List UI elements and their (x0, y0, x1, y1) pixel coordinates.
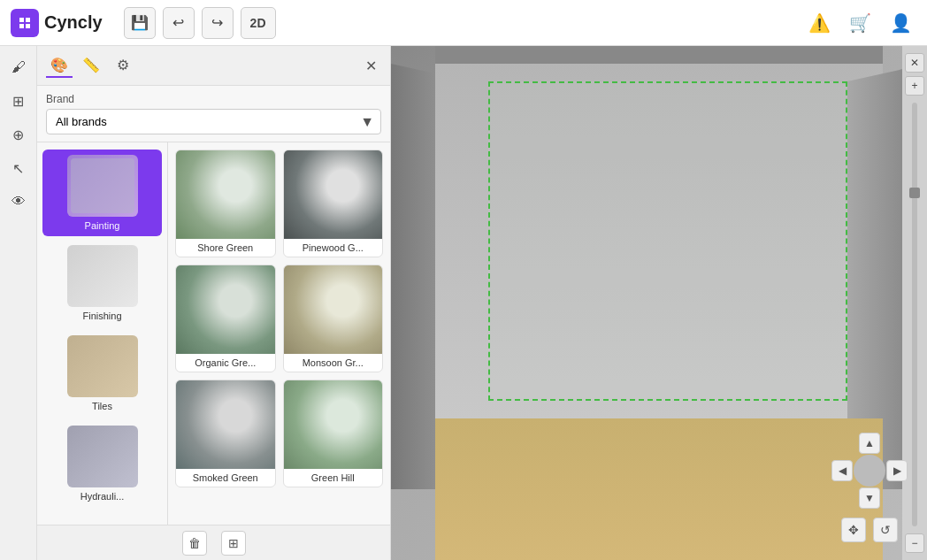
finishing-thumb (67, 245, 138, 307)
add-layer-button[interactable]: ⊕ (4, 120, 33, 149)
save-button[interactable]: 💾 (124, 7, 156, 39)
nav-circle: ▲ ▼ ◀ ▶ (830, 431, 909, 510)
settings-tab[interactable]: ⚙ (110, 53, 136, 78)
panel-tabs: 🎨 📏 ⚙ (46, 53, 136, 78)
item-green-hill[interactable]: Green Hill (283, 380, 384, 487)
pinewood-label: Pinewood G... (284, 239, 383, 257)
green-hill-label: Green Hill (284, 469, 383, 487)
materials-tab[interactable]: 🎨 (46, 53, 73, 78)
panel-header: 🎨 📏 ⚙ ✕ (37, 46, 390, 86)
panel-content: Painting Finishing Tiles Hydrauli... (37, 142, 390, 560)
app-logo: Cyncly (11, 9, 103, 37)
floor (435, 418, 883, 560)
tiles-thumb (67, 335, 138, 397)
main-area: 🖌 ⊞ ⊕ ↖ 👁 🎨 📏 ⚙ ✕ Brand All brands ▼ (0, 46, 927, 560)
hydrauli-thumb (67, 426, 138, 487)
nav-center (854, 455, 885, 487)
panel-bottom: 🗑 ⊞ (37, 525, 390, 560)
zoom-bar (912, 103, 917, 526)
material-panel: 🎨 📏 ⚙ ✕ Brand All brands ▼ Painting (37, 46, 391, 560)
brush-tool-button[interactable]: 🖌 (4, 53, 33, 81)
smoked-label: Smoked Green (176, 469, 275, 487)
item-monsoon[interactable]: Monsoon Gr... (283, 265, 384, 372)
redo-button[interactable]: ↪ (202, 7, 234, 39)
panel-close-button[interactable]: ✕ (360, 55, 381, 76)
logo-svg (16, 14, 34, 32)
nav-down-button[interactable]: ▼ (859, 487, 880, 509)
zoom-thumb (909, 188, 920, 198)
category-painting[interactable]: Painting (42, 150, 162, 236)
category-finishing-label: Finishing (82, 311, 121, 321)
reset-view-button[interactable]: ↺ (873, 518, 898, 542)
grid-view-button[interactable]: ⊞ (221, 531, 246, 556)
nav-up-button[interactable]: ▲ (859, 433, 880, 454)
item-smoked[interactable]: Smoked Green (175, 380, 276, 487)
category-tiles[interactable]: Tiles (42, 330, 162, 417)
nav-left-button[interactable]: ◀ (831, 460, 853, 481)
items-grid: Shore Green Pinewood G... Organic Gre...… (168, 142, 390, 560)
nav-controls: ▲ ▼ ◀ ▶ ✥ ↺ (830, 431, 909, 542)
organic-label: Organic Gre... (176, 354, 275, 372)
category-finishing[interactable]: Finishing (42, 240, 162, 326)
left-sidebar: 🖌 ⊞ ⊕ ↖ 👁 (0, 46, 37, 560)
app-title: Cyncly (44, 12, 103, 33)
main-toolbar: Cyncly 💾 ↩ ↪ 2D ⚠️ 🛒 👤 (0, 0, 927, 46)
brand-label: Brand (46, 93, 381, 105)
green-hill-thumb (284, 380, 383, 469)
shore-green-thumb (176, 150, 275, 239)
delete-item-button[interactable]: 🗑 (182, 531, 207, 556)
monsoon-label: Monsoon Gr... (284, 354, 383, 372)
nav-bottom-controls: ✥ ↺ (841, 518, 898, 542)
category-hydrauli-label: Hydrauli... (80, 491, 125, 502)
brand-select-wrapper: All brands ▼ (46, 109, 381, 134)
item-organic[interactable]: Organic Gre... (175, 265, 276, 372)
smoked-thumb (176, 380, 275, 469)
viewport[interactable]: Feedback ✕ + − ▲ ▼ ◀ ▶ ✥ ↺ (391, 46, 927, 560)
monsoon-thumb (284, 265, 383, 354)
user-button[interactable]: 👤 (885, 7, 916, 39)
eye-tool-button[interactable]: 👁 (4, 188, 33, 216)
alert-button[interactable]: ⚠️ (803, 7, 835, 39)
pinewood-thumb (284, 150, 383, 239)
category-tiles-label: Tiles (92, 401, 112, 411)
categories-list: Painting Finishing Tiles Hydrauli... (37, 142, 168, 560)
organic-thumb (176, 265, 275, 354)
select-tool-button[interactable]: ↖ (4, 154, 33, 182)
painting-thumb (67, 155, 138, 217)
layers-button[interactable]: ⊞ (4, 87, 33, 115)
measure-tab[interactable]: 📏 (78, 53, 104, 78)
move-icon-button[interactable]: ✥ (841, 518, 866, 542)
nav-right-button[interactable]: ▶ (886, 460, 908, 481)
selection-rect (488, 81, 847, 401)
item-pinewood[interactable]: Pinewood G... (283, 150, 384, 257)
category-painting-label: Painting (85, 220, 120, 231)
close-view-button[interactable]: ✕ (905, 53, 924, 73)
cart-button[interactable]: 🛒 (844, 7, 876, 39)
undo-button[interactable]: ↩ (163, 7, 195, 39)
shore-green-label: Shore Green (176, 239, 275, 257)
toolbar-right: ⚠️ 🛒 👤 (803, 7, 916, 39)
zoom-in-button[interactable]: + (905, 76, 924, 96)
mode-2d-button[interactable]: 2D (241, 7, 276, 39)
brand-section: Brand All brands ▼ (37, 86, 390, 142)
item-shore-green[interactable]: Shore Green (175, 150, 276, 257)
brand-select[interactable]: All brands (46, 109, 381, 134)
category-hydrauli[interactable]: Hydrauli... (42, 420, 162, 507)
logo-icon (11, 9, 39, 37)
